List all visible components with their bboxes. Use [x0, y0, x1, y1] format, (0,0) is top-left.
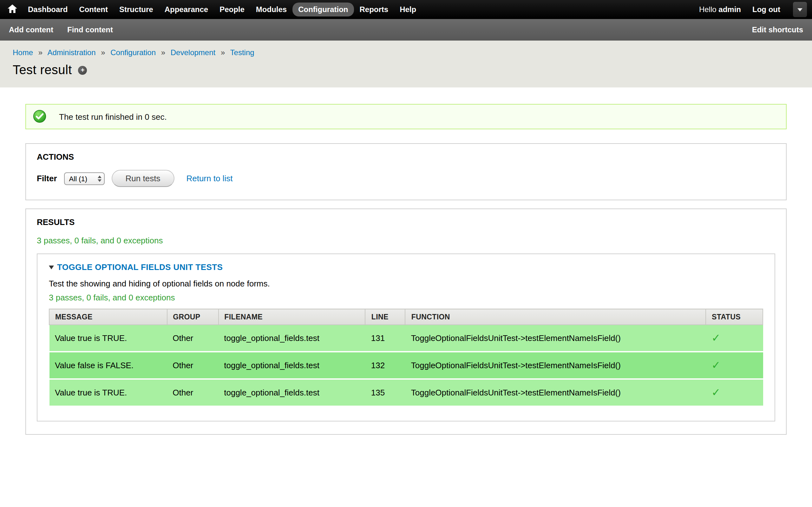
breadcrumb-administration[interactable]: Administration	[47, 48, 96, 57]
actions-fieldset: ACTIONS Filter All (1) Run tests Return …	[26, 143, 786, 200]
cell-group: Other	[167, 379, 218, 406]
breadcrumb-home[interactable]: Home	[13, 48, 33, 57]
breadcrumb-separator: »	[101, 48, 105, 57]
table-row: Value false is FALSE. Other toggle_optio…	[49, 352, 763, 379]
collapse-arrow-icon	[49, 265, 54, 269]
toolbar-item-appearance[interactable]: Appearance	[159, 3, 214, 16]
pass-check-icon: ✓	[711, 359, 721, 372]
status-message-text: The test run finished in 0 sec.	[59, 112, 167, 121]
status-message: The test run finished in 0 sec.	[26, 104, 786, 129]
run-tests-button[interactable]: Run tests	[112, 170, 174, 187]
toolbar-toggle-button[interactable]	[793, 2, 807, 17]
filter-label: Filter	[37, 174, 57, 183]
cell-group: Other	[167, 325, 218, 352]
table-header-row: MESSAGE GROUP FILENAME LINE FUNCTION STA…	[49, 309, 763, 325]
cell-group: Other	[167, 352, 218, 379]
chevron-down-icon	[798, 8, 803, 11]
header-function: FUNCTION	[405, 309, 706, 325]
return-to-list-link[interactable]: Return to list	[186, 174, 233, 183]
toolbar-item-configuration[interactable]: Configuration	[293, 3, 354, 16]
page-title: Test result	[13, 63, 72, 77]
cell-line: 132	[365, 352, 405, 379]
test-group-summary: 3 passes, 0 fails, and 0 exceptions	[49, 293, 763, 302]
toolbar-item-modules[interactable]: Modules	[250, 3, 293, 16]
cell-message: Value true is TRUE.	[49, 325, 167, 352]
test-group-title-link[interactable]: TOGGLE OPTIONAL FIELDS UNIT TESTS	[57, 262, 223, 272]
filter-select-value: All (1)	[69, 175, 87, 182]
cell-function: ToggleOptionalFieldsUnitTest->testElemen…	[405, 379, 706, 406]
username[interactable]: admin	[718, 5, 741, 14]
results-fieldset: RESULTS 3 passes, 0 fails, and 0 excepti…	[26, 209, 786, 435]
pass-check-icon: ✓	[711, 387, 721, 399]
toolbar-item-reports[interactable]: Reports	[354, 3, 394, 16]
logout-link[interactable]: Log out	[752, 5, 780, 14]
header-message: MESSAGE	[49, 309, 167, 325]
toolbar-item-people[interactable]: People	[214, 3, 250, 16]
filter-select[interactable]: All (1)	[64, 172, 105, 185]
cell-filename: toggle_optional_fields.test	[218, 325, 365, 352]
table-row: Value true is TRUE. Other toggle_optiona…	[49, 325, 763, 352]
main-content: The test run finished in 0 sec. ACTIONS …	[0, 88, 812, 468]
breadcrumb-development[interactable]: Development	[171, 48, 215, 57]
toolbar-item-help[interactable]: Help	[394, 3, 422, 16]
header-line: LINE	[365, 309, 405, 325]
greeting-prefix: Hello	[699, 5, 716, 14]
toolbar-item-content[interactable]: Content	[73, 3, 113, 16]
breadcrumb-separator: »	[38, 48, 43, 57]
status-ok-icon	[33, 110, 46, 125]
admin-toolbar: Dashboard Content Structure Appearance P…	[0, 0, 812, 19]
edit-shortcuts-link[interactable]: Edit shortcuts	[752, 25, 803, 34]
user-greeting: Hello admin	[699, 5, 741, 14]
cell-function: ToggleOptionalFieldsUnitTest->testElemen…	[405, 325, 706, 352]
select-stepper-icon	[98, 175, 101, 181]
results-summary: 3 passes, 0 fails, and 0 exceptions	[37, 236, 775, 245]
shortcut-bar: Add content Find content Edit shortcuts	[0, 19, 812, 41]
table-row: Value true is TRUE. Other toggle_optiona…	[49, 379, 763, 406]
pass-check-icon: ✓	[711, 332, 721, 344]
add-shortcut-icon[interactable]: +	[78, 66, 87, 74]
cell-message: Value false is FALSE.	[49, 352, 167, 379]
cell-filename: toggle_optional_fields.test	[218, 352, 365, 379]
actions-legend: ACTIONS	[37, 152, 775, 162]
breadcrumb-configuration[interactable]: Configuration	[110, 48, 156, 57]
shortcut-add-content[interactable]: Add content	[9, 25, 53, 34]
shortcut-find-content[interactable]: Find content	[67, 25, 113, 34]
test-group-description: Test the showing and hiding of optional …	[49, 279, 763, 288]
results-table: MESSAGE GROUP FILENAME LINE FUNCTION STA…	[49, 308, 763, 407]
cell-message: Value true is TRUE.	[49, 379, 167, 406]
page: Dashboard Content Structure Appearance P…	[0, 0, 812, 507]
home-icon	[8, 4, 17, 15]
cell-line: 131	[365, 325, 405, 352]
cell-function: ToggleOptionalFieldsUnitTest->testElemen…	[405, 352, 706, 379]
header-status: STATUS	[706, 309, 763, 325]
page-header: Home » Administration » Configuration » …	[0, 41, 812, 88]
toolbar-item-structure[interactable]: Structure	[113, 3, 159, 16]
header-group: GROUP	[167, 309, 218, 325]
breadcrumb-separator: »	[221, 48, 225, 57]
breadcrumb: Home » Administration » Configuration » …	[13, 48, 799, 57]
toolbar-item-dashboard[interactable]: Dashboard	[22, 3, 73, 16]
header-filename: FILENAME	[218, 309, 365, 325]
test-group-fieldset: TOGGLE OPTIONAL FIELDS UNIT TESTS Test t…	[37, 253, 775, 421]
home-button[interactable]	[5, 2, 22, 17]
cell-line: 135	[365, 379, 405, 406]
breadcrumb-separator: »	[161, 48, 165, 57]
cell-filename: toggle_optional_fields.test	[218, 379, 365, 406]
breadcrumb-testing[interactable]: Testing	[230, 48, 254, 57]
results-legend: RESULTS	[37, 217, 775, 227]
